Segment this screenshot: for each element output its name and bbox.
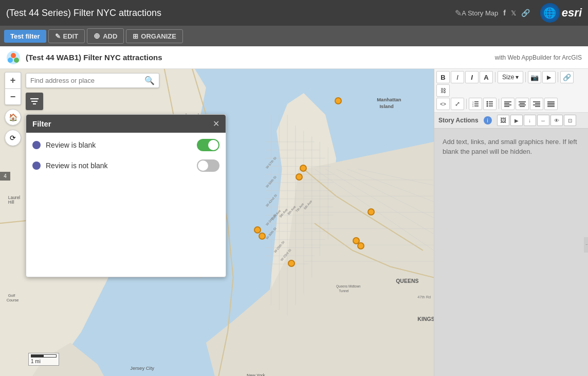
app-logo-icon bbox=[6, 50, 21, 65]
rte-italic-button[interactable]: I bbox=[451, 71, 464, 83]
search-input[interactable] bbox=[30, 77, 144, 84]
justify-icon bbox=[547, 101, 555, 107]
story-actions-bar: Story Actions i 🖼 ▶ ↓ ↔ 👁 ⊡ bbox=[434, 113, 588, 129]
align-left-icon bbox=[504, 101, 511, 107]
filter-toggle-1[interactable] bbox=[197, 139, 219, 151]
filter-dot-2 bbox=[32, 162, 41, 170]
map-pin-4[interactable] bbox=[368, 208, 375, 216]
rte-ol-button[interactable]: 1 2 3 bbox=[469, 98, 482, 110]
align-right-icon bbox=[533, 101, 540, 107]
rte-size-button[interactable]: Size ▾ bbox=[498, 71, 523, 83]
story-action-btn-4[interactable]: ↔ bbox=[537, 115, 549, 126]
filter-label-1: Review is blank bbox=[46, 141, 197, 149]
story-action-btn-3[interactable]: ↓ bbox=[524, 115, 536, 126]
map-controls: + − 🏠 ⟳ bbox=[0, 69, 26, 376]
rte-link-button[interactable]: 🔗 bbox=[560, 71, 574, 83]
facebook-icon[interactable]: f bbox=[503, 9, 506, 17]
rte-divider-3 bbox=[558, 72, 558, 82]
svg-point-88 bbox=[487, 101, 488, 103]
app-bar: (Test 44 WAB1) Filter NYC attractions wi… bbox=[0, 46, 588, 69]
organize-button[interactable]: ⊞ ORGANIZE bbox=[126, 29, 183, 43]
svg-point-2 bbox=[8, 58, 13, 63]
zoom-in-button[interactable]: + bbox=[5, 72, 21, 88]
app-title: (Test 44 WAB1) Filter NYC attractions bbox=[26, 53, 490, 62]
toolbar: Test filter ✎ EDIT ⊕ ADD ⊞ ORGANIZE bbox=[0, 26, 588, 46]
svg-text:Jersey City: Jersey City bbox=[130, 365, 154, 371]
rte-justify-button[interactable] bbox=[544, 98, 558, 110]
filter-icon bbox=[30, 97, 39, 105]
esri-text: esri bbox=[562, 6, 582, 20]
zoom-out-button[interactable]: − bbox=[5, 88, 21, 105]
rte-ul-button[interactable] bbox=[483, 98, 497, 110]
rte-align-left-button[interactable] bbox=[501, 98, 514, 110]
right-panel: B I I A Size ▾ 📷 ▶ 🔗 ⛓ <> bbox=[434, 69, 588, 376]
edit-title-icon[interactable]: ✎ bbox=[455, 8, 462, 18]
filter-button[interactable] bbox=[26, 93, 43, 110]
story-action-btn-2[interactable]: ▶ bbox=[510, 115, 523, 126]
map-pin-6[interactable] bbox=[259, 232, 266, 240]
map-pin-2[interactable] bbox=[300, 165, 307, 172]
rte-image-button[interactable]: 📷 bbox=[528, 71, 541, 83]
filter-row-2: Review is not blank bbox=[32, 159, 219, 172]
map-area[interactable]: 10th Ave 9th Ave 8th Ave 7th Ave 6th Ave… bbox=[0, 69, 434, 376]
app-subtitle: with Web AppBuilder for ArcGIS bbox=[495, 54, 582, 61]
svg-text:Island: Island bbox=[379, 103, 394, 109]
edit-button[interactable]: ✎ EDIT bbox=[48, 29, 85, 43]
story-action-btn-5[interactable]: 👁 bbox=[550, 115, 563, 126]
rte-video-button[interactable]: ▶ bbox=[542, 71, 556, 83]
organize-icon: ⊞ bbox=[133, 32, 138, 40]
toggle-slider-2 bbox=[197, 159, 219, 172]
edit-icon: ✎ bbox=[55, 32, 61, 40]
rte-bold-button[interactable]: B bbox=[436, 71, 450, 83]
filter-dot-1 bbox=[32, 141, 41, 149]
toggle-slider-1 bbox=[197, 139, 219, 151]
story-action-btn-1[interactable]: 🖼 bbox=[497, 115, 509, 126]
story-action-btn-6[interactable]: ⊡ bbox=[564, 115, 576, 126]
story-map-label: A Story Map bbox=[462, 9, 498, 17]
search-button[interactable]: 🔍 bbox=[144, 76, 155, 85]
story-actions-info-badge[interactable]: i bbox=[484, 116, 492, 124]
rte-divider-2 bbox=[525, 72, 526, 82]
right-panel-content: Add text, links, and small graphics here… bbox=[434, 129, 588, 376]
location-button[interactable]: ⟳ bbox=[5, 130, 21, 146]
twitter-icon[interactable]: 𝕏 bbox=[511, 9, 516, 17]
rte-unlink-button[interactable]: ⛓ bbox=[436, 84, 450, 97]
rte-align-right-button[interactable] bbox=[530, 98, 543, 110]
map-pin-8[interactable] bbox=[357, 242, 364, 249]
test-filter-button[interactable]: Test filter bbox=[4, 30, 46, 43]
info-icon: i bbox=[487, 118, 488, 123]
add-icon: ⊕ bbox=[94, 31, 100, 41]
rte-expand-button[interactable]: ⤢ bbox=[451, 98, 464, 110]
map-pin-1[interactable] bbox=[335, 97, 342, 104]
filter-label-2: Review is not blank bbox=[46, 162, 197, 170]
filter-panel-body: Review is blank Review is not blank bbox=[26, 133, 226, 277]
scale-label: 1 mi bbox=[31, 359, 41, 364]
size-label: Size bbox=[502, 74, 514, 81]
filter-close-button[interactable]: ✕ bbox=[213, 119, 219, 129]
rte-align-center-button[interactable] bbox=[516, 98, 529, 110]
rte-fontcolor-button[interactable]: A bbox=[480, 71, 493, 83]
svg-text:47th Rd: 47th Rd bbox=[417, 295, 431, 299]
map-pin-3[interactable] bbox=[296, 173, 303, 181]
home-button[interactable]: 🏠 bbox=[5, 109, 21, 126]
toggle-knob-1 bbox=[208, 140, 218, 150]
rte-divider-4 bbox=[466, 99, 467, 109]
esri-globe-icon: 🌐 bbox=[540, 3, 560, 23]
expand-handle[interactable]: ⋯ bbox=[584, 237, 588, 253]
link-share-icon[interactable]: 🔗 bbox=[521, 9, 530, 17]
svg-text:QUEENS: QUEENS bbox=[396, 278, 418, 284]
organize-label: ORGANIZE bbox=[141, 32, 176, 40]
svg-point-3 bbox=[14, 58, 19, 63]
page-title: (Test 44 Series) Filter NYC attractions bbox=[6, 8, 452, 19]
rte-underline-button[interactable]: I bbox=[465, 71, 479, 83]
main-content: 10th Ave 9th Ave 8th Ave 7th Ave 6th Ave… bbox=[0, 69, 588, 376]
rte-divider-1 bbox=[495, 72, 495, 82]
rich-text-toolbar: B I I A Size ▾ 📷 ▶ 🔗 ⛓ <> bbox=[434, 69, 588, 113]
svg-text:Queens Midtown: Queens Midtown bbox=[336, 284, 361, 289]
right-panel-placeholder-text: Add text, links, and small graphics here… bbox=[443, 138, 577, 155]
story-actions-label: Story Actions bbox=[438, 117, 479, 124]
filter-toggle-2[interactable] bbox=[197, 159, 219, 172]
rte-source-button[interactable]: <> bbox=[436, 98, 450, 110]
add-button[interactable]: ⊕ ADD bbox=[87, 28, 124, 44]
map-pin-9[interactable] bbox=[288, 260, 295, 267]
